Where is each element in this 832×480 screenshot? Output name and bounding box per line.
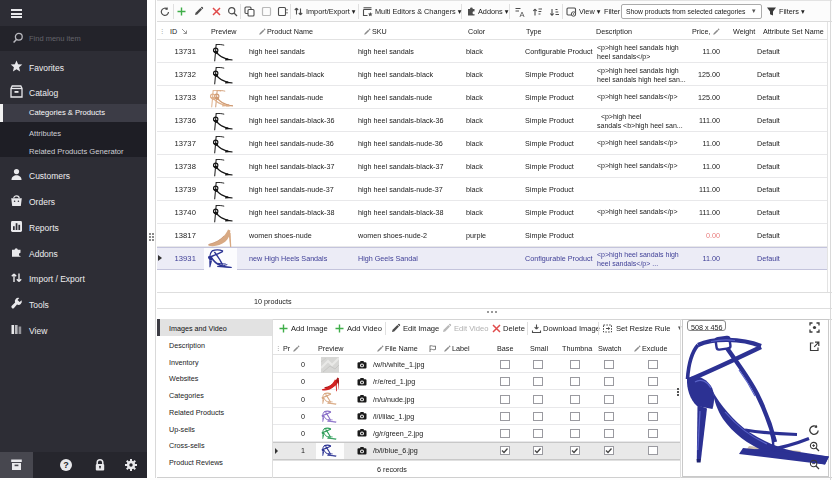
svg-text:A: A (520, 10, 525, 19)
svg-text:?: ? (63, 460, 69, 470)
